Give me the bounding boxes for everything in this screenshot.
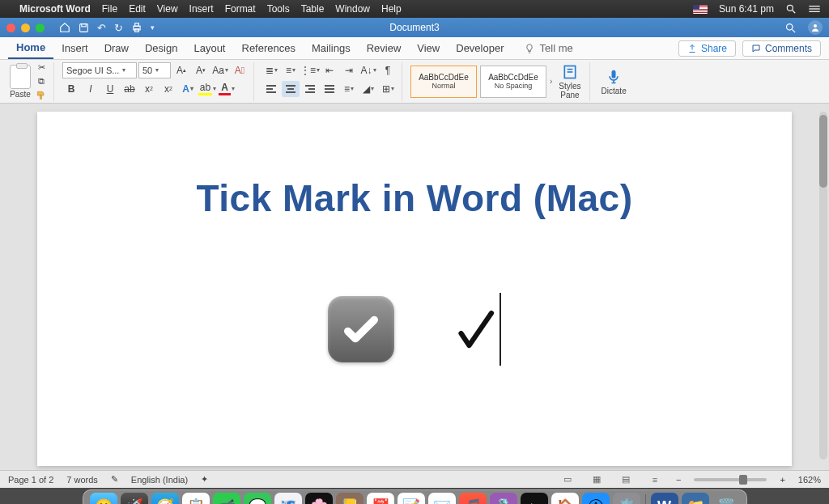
style-no-spacing[interactable]: AaBbCcDdEe No Spacing bbox=[480, 66, 546, 98]
dock-word-icon[interactable]: W bbox=[651, 493, 678, 504]
control-center-icon[interactable] bbox=[808, 3, 821, 15]
zoom-level[interactable]: 162% bbox=[798, 475, 821, 485]
tab-mailings[interactable]: Mailings bbox=[304, 37, 359, 59]
menu-format[interactable]: Format bbox=[225, 3, 256, 15]
vertical-scrollbar[interactable] bbox=[819, 112, 827, 460]
qat-save-icon[interactable] bbox=[79, 23, 89, 33]
decrease-indent-icon[interactable]: ⇤ bbox=[321, 62, 338, 78]
superscript-button[interactable]: x2 bbox=[159, 81, 177, 97]
comments-button[interactable]: Comments bbox=[742, 40, 821, 57]
share-button[interactable]: Share bbox=[678, 40, 736, 57]
cut-icon[interactable]: ✂ bbox=[34, 62, 49, 74]
dock-music-icon[interactable]: 🎵 bbox=[459, 493, 487, 504]
styles-pane-button[interactable]: Styles Pane bbox=[555, 63, 584, 100]
text-effects-icon[interactable]: A bbox=[179, 81, 197, 97]
dock-mail-icon[interactable]: ✉️ bbox=[428, 493, 456, 504]
menu-window[interactable]: Window bbox=[335, 3, 370, 15]
tab-layout[interactable]: Layout bbox=[185, 37, 233, 59]
view-web-layout-icon[interactable]: ▤ bbox=[618, 473, 634, 486]
numbering-icon[interactable]: ≡ bbox=[282, 62, 300, 78]
zoom-out-button[interactable]: − bbox=[676, 475, 681, 485]
copy-icon[interactable]: ⧉ bbox=[34, 76, 49, 87]
menu-edit[interactable]: Edit bbox=[129, 3, 146, 15]
increase-indent-icon[interactable]: ⇥ bbox=[340, 62, 358, 78]
font-name-select[interactable]: Segoe UI S... bbox=[62, 62, 137, 78]
status-language[interactable]: English (India) bbox=[131, 475, 188, 485]
tab-view[interactable]: View bbox=[409, 37, 448, 59]
dock-settings-icon[interactable]: ⚙️ bbox=[613, 493, 640, 504]
tab-references[interactable]: References bbox=[234, 37, 304, 59]
dock-maps-icon[interactable]: 🗺️ bbox=[274, 493, 302, 504]
tab-developer[interactable]: Developer bbox=[448, 37, 512, 59]
menu-file[interactable]: File bbox=[102, 3, 117, 15]
dock-facetime-icon[interactable]: 📹 bbox=[213, 493, 240, 504]
dock-home-icon[interactable]: 🏠 bbox=[551, 493, 579, 504]
dock-downloads-icon[interactable]: 📁 bbox=[682, 493, 709, 504]
dock-trash-icon[interactable]: 🗑️ bbox=[712, 493, 740, 504]
status-page[interactable]: Page 1 of 2 bbox=[8, 475, 53, 485]
spotlight-icon[interactable] bbox=[785, 3, 797, 15]
window-maximize-button[interactable] bbox=[36, 23, 45, 32]
shading-icon[interactable]: ◢ bbox=[359, 81, 377, 97]
status-spellcheck-icon[interactable]: ✎ bbox=[111, 474, 118, 485]
menu-tools[interactable]: Tools bbox=[267, 3, 290, 15]
tab-review[interactable]: Review bbox=[359, 37, 410, 59]
align-right-icon[interactable] bbox=[301, 81, 319, 97]
dock-finder-icon[interactable]: 🙂 bbox=[90, 493, 117, 504]
dock-appstore-icon[interactable]: Ⓐ bbox=[582, 493, 610, 504]
menu-help[interactable]: Help bbox=[381, 3, 402, 15]
tab-insert[interactable]: Insert bbox=[53, 37, 96, 59]
document-page[interactable]: Tick Mark in Word (Mac) bbox=[37, 112, 792, 466]
bullets-icon[interactable]: ≣ bbox=[262, 62, 280, 78]
font-color-icon[interactable]: A bbox=[218, 81, 236, 97]
qat-dropdown-icon[interactable]: ▾ bbox=[151, 23, 155, 32]
italic-button[interactable]: I bbox=[82, 81, 100, 97]
dock-podcasts-icon[interactable]: 🎙️ bbox=[490, 493, 517, 504]
grow-font-icon[interactable]: A▴ bbox=[172, 62, 190, 78]
align-left-icon[interactable] bbox=[262, 81, 280, 97]
subscript-button[interactable]: x2 bbox=[140, 81, 158, 97]
font-size-select[interactable]: 50 bbox=[138, 62, 171, 78]
view-focus-icon[interactable]: ▭ bbox=[559, 473, 576, 486]
menu-view[interactable]: View bbox=[157, 3, 178, 15]
view-outline-icon[interactable]: ≡ bbox=[647, 473, 663, 486]
sort-icon[interactable]: A↓ bbox=[359, 62, 377, 78]
highlight-color-icon[interactable]: ab bbox=[198, 81, 216, 97]
dock-safari-icon[interactable]: 🧭 bbox=[151, 493, 179, 504]
qat-home-icon[interactable] bbox=[59, 22, 70, 33]
input-source-flag-icon[interactable] bbox=[693, 5, 708, 14]
account-avatar-icon[interactable] bbox=[808, 20, 823, 35]
tell-me-search[interactable]: Tell me bbox=[516, 37, 581, 59]
dock-photos-icon[interactable]: 🌸 bbox=[305, 493, 333, 504]
show-marks-icon[interactable]: ¶ bbox=[379, 62, 397, 78]
qat-redo-icon[interactable]: ↻ bbox=[114, 22, 123, 34]
menu-table[interactable]: Table bbox=[301, 3, 325, 15]
zoom-in-button[interactable]: + bbox=[780, 475, 784, 485]
styles-more-icon[interactable]: › bbox=[550, 77, 552, 86]
titlebar-search-icon[interactable] bbox=[784, 22, 797, 34]
zoom-slider-knob[interactable] bbox=[739, 475, 747, 485]
bold-button[interactable]: B bbox=[62, 81, 80, 97]
menubar-clock[interactable]: Sun 6:41 pm bbox=[719, 3, 774, 15]
dock-tv-icon[interactable]: tv bbox=[521, 493, 548, 504]
justify-icon[interactable] bbox=[321, 81, 338, 97]
paste-button[interactable] bbox=[10, 65, 31, 89]
menubar-app-name[interactable]: Microsoft Word bbox=[19, 3, 91, 15]
view-print-layout-icon[interactable]: ▦ bbox=[589, 473, 605, 486]
status-accessibility-icon[interactable]: ✦ bbox=[201, 474, 208, 485]
align-center-icon[interactable] bbox=[282, 81, 300, 97]
dock-reminders-icon[interactable]: 📝 bbox=[397, 493, 425, 504]
underline-button[interactable]: U bbox=[101, 81, 119, 97]
style-normal[interactable]: AaBbCcDdEe Normal bbox=[410, 66, 477, 98]
line-spacing-icon[interactable]: ≡ bbox=[340, 81, 358, 97]
borders-icon[interactable]: ⊞ bbox=[379, 81, 397, 97]
tab-draw[interactable]: Draw bbox=[96, 37, 137, 59]
window-minimize-button[interactable] bbox=[21, 23, 30, 32]
qat-undo-icon[interactable]: ↶ bbox=[97, 22, 106, 34]
multilevel-list-icon[interactable]: ⋮≡ bbox=[301, 62, 319, 78]
tab-design[interactable]: Design bbox=[137, 37, 185, 59]
format-painter-icon[interactable] bbox=[34, 90, 49, 101]
status-word-count[interactable]: 7 words bbox=[66, 475, 98, 485]
dock-contacts-icon[interactable]: 📒 bbox=[336, 493, 363, 504]
dock-messages-icon[interactable]: 💬 bbox=[244, 493, 271, 504]
